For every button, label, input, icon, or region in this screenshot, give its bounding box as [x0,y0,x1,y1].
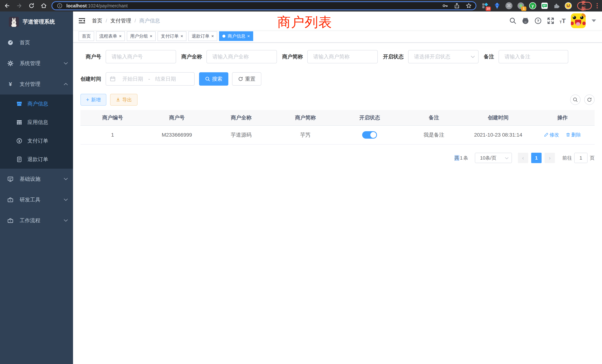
delete-link[interactable]: 删除 [566,132,581,138]
user-avatar[interactable] [571,13,586,28]
pager: ‹ 1 › [518,153,555,163]
profile-emoji-icon[interactable] [565,2,572,10]
sidebar-item-system[interactable]: 系统管理 [0,53,73,74]
url-bar[interactable]: localhost:1024/pay/merchant [52,1,476,10]
add-label: 新增 [91,96,101,103]
fullscreen-icon[interactable] [547,17,554,24]
app-logo-row[interactable]: 芋道管理系统 [0,11,73,32]
sidebar-item-home[interactable]: 首页 [0,32,73,53]
col-status: 开启状态 [337,110,402,126]
start-date-input[interactable] [118,76,148,82]
tab-pay-order[interactable]: 支付订单× [158,31,186,41]
extension-gem-icon[interactable] [493,2,501,10]
header-search-icon[interactable] [509,17,516,24]
tab-home[interactable]: 首页 [79,31,94,41]
extension-recorder-icon[interactable]: 1 [517,2,525,10]
extension-sidekick-icon[interactable]: 10 [482,2,489,10]
col-created: 创建时间 [466,110,530,126]
toolbox-icon [7,218,13,224]
next-page-button[interactable]: › [545,153,555,163]
sidebar-item-merchant-info[interactable]: 商户信息 [0,95,73,113]
status-select[interactable] [408,50,479,63]
reset-button[interactable]: 重置 [232,72,261,86]
share-icon[interactable] [454,3,460,9]
bookmark-star-icon[interactable] [466,3,472,9]
pagination-total: 共1条 [454,155,469,161]
sidebar-item-dev-tools[interactable]: 研发工具 [0,189,73,210]
merchant-no-input[interactable] [106,50,176,63]
tab-label: 退款订单 [192,33,209,39]
page-unit: 页 [590,155,595,161]
sidebar-item-pay[interactable]: ¥ 支付管理 [0,74,73,95]
export-button[interactable]: 导出 [110,94,138,106]
tab-merchant-info[interactable]: 商户信息× [219,31,253,41]
forward-icon[interactable] [15,2,23,10]
browser-menu-icon[interactable] [595,3,599,8]
breadcrumb-pay[interactable]: 支付管理 [110,17,131,24]
close-icon[interactable]: × [181,34,183,38]
close-icon[interactable]: × [150,34,152,38]
extension-y-icon[interactable]: y [529,2,536,10]
extension-command-icon[interactable]: ⌘ [505,2,513,10]
y-letter: y [532,3,534,8]
home-icon[interactable] [40,2,48,10]
reload-icon[interactable] [27,2,36,10]
toggle-search-button[interactable] [570,95,580,105]
tab-refund-order[interactable]: 退款订单× [188,31,217,41]
close-icon[interactable]: × [119,34,122,38]
extension-chat-icon[interactable] [541,2,548,10]
help-icon[interactable]: ? [534,17,542,24]
col-merchant-no: 商户号 [145,110,209,126]
password-key-icon[interactable] [442,3,448,9]
sidebar-item-app-info[interactable]: 应用信息 [0,113,73,132]
breadcrumb-home[interactable]: 首页 [92,17,102,24]
tab-label: 用户分组 [130,33,148,39]
page-content: 商户号 商户全称 商户简称 开启状态 [73,43,602,364]
chevron-down-icon [505,157,509,159]
sidebar-item-workflow[interactable]: 工作流程 [0,210,73,231]
chevron-down-icon [64,178,68,180]
breadcrumb: 首页 / 支付管理 / 商户信息 [92,17,160,24]
chevron-down-icon [64,199,68,201]
github-icon[interactable] [522,17,529,24]
browser-update-button[interactable]: 更新 [577,2,592,10]
filter-label: 商户全称 [181,53,202,60]
refresh-table-button[interactable] [584,95,595,105]
goto-page-input[interactable] [574,153,588,163]
extensions-puzzle-icon[interactable] [553,2,560,10]
status-toggle[interactable] [362,131,377,139]
navbar: 首页 / 支付管理 / 商户信息 ? [73,11,602,30]
full-name-input[interactable] [206,50,277,63]
filter-label: 商户简称 [282,53,303,60]
close-icon[interactable]: × [211,34,214,38]
user-menu-caret-icon[interactable] [592,20,596,22]
site-info-icon[interactable] [56,2,63,10]
sidebar-item-refund-order[interactable]: 退款订单 [0,150,73,169]
edit-link[interactable]: 修改 [544,132,559,138]
col-merchant-id: 商户编号 [80,110,145,126]
chevron-up-icon [64,83,68,86]
tab-user-group[interactable]: 用户分组× [127,31,156,41]
remark-input[interactable] [499,50,568,63]
date-range-picker[interactable]: - [106,72,195,86]
end-date-input[interactable] [151,76,180,82]
short-name-input[interactable] [307,50,378,63]
search-button[interactable]: 搜索 [199,72,228,86]
filter-row-2: 创建时间 - 搜索 [80,72,595,86]
close-icon[interactable]: × [247,34,250,38]
sidebar-collapse-icon[interactable] [79,17,86,24]
page-1-button[interactable]: 1 [531,153,542,163]
font-size-icon[interactable]: TT [559,18,566,24]
back-icon[interactable] [3,2,11,10]
yen-icon: ¥ [7,81,13,87]
date-separator: - [148,76,151,82]
cell-short-name: 芋艿 [273,126,337,144]
sidebar-item-pay-order[interactable]: 支付订单 [0,132,73,150]
sidebar-item-infra[interactable]: 基础设施 [0,169,73,189]
tab-process-form[interactable]: 流程表单× [96,31,125,41]
page-size-select[interactable]: 10条/页 [475,153,512,163]
prev-page-button[interactable]: ‹ [518,153,528,163]
cell-status [337,126,402,144]
delete-label: 删除 [571,132,581,138]
add-button[interactable]: + 新增 [80,94,106,106]
